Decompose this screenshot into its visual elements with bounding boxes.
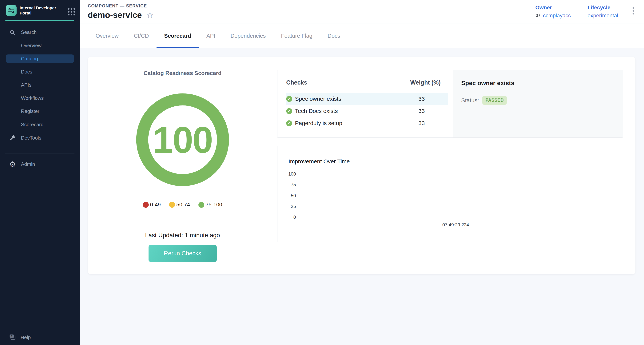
y-axis-tick: 75 <box>282 182 296 187</box>
check-row-tech-docs[interactable]: ✓ Tech Docs exists 33 <box>286 105 448 117</box>
check-row-pagerduty[interactable]: ✓ Pagerduty is setup 33 <box>286 117 448 129</box>
sidebar-item-workflows[interactable]: Workflows <box>0 92 80 105</box>
tab-cicd[interactable]: CI/CD <box>126 24 156 48</box>
sidebar-item-docs[interactable]: Docs <box>0 65 80 78</box>
lifecycle-value: experimental <box>588 12 618 19</box>
check-name: Tech Docs exists <box>295 108 338 114</box>
check-passed-icon: ✓ <box>286 96 292 102</box>
sidebar-item-label: Scorecard <box>21 122 44 128</box>
tab-scorecard[interactable]: Scorecard <box>156 24 199 48</box>
people-icon <box>535 13 541 18</box>
sidebar-search-label: Search <box>21 29 36 35</box>
check-passed-icon: ✓ <box>286 108 292 114</box>
sidebar-item-label: Docs <box>21 69 32 75</box>
chart-title: Improvement Over Time <box>288 158 350 165</box>
sidebar-footer: ? Help <box>0 330 80 345</box>
portal-logo-icon <box>6 5 16 16</box>
checks-table-header: Checks Weight (%) <box>286 70 448 93</box>
owner-value: ccmplayacc <box>543 12 571 19</box>
sidebar: Internal Developer Portal Search Overvie… <box>0 0 80 345</box>
legend-red-dot <box>143 202 149 208</box>
sidebar-item-scorecard[interactable]: Scorecard <box>0 118 80 131</box>
lifecycle-block: Lifecycle experimental <box>588 4 618 19</box>
sidebar-divider <box>5 153 74 154</box>
score-legend: 0-49 50-74 75-100 <box>143 202 222 208</box>
sidebar-nav: Overview Catalog Docs APIs Workflows Reg… <box>0 39 80 118</box>
sidebar-item-label: APIs <box>21 82 32 88</box>
sidebar-item-label: Help <box>20 334 31 340</box>
wrench-icon <box>9 134 21 142</box>
checks-column: Checks Weight (%) ✓ Spec owner exists 33 <box>277 70 623 242</box>
owner-block: Owner ccmplayacc <box>535 4 571 19</box>
check-detail-panel: Spec owner exists Status: PASSED <box>453 70 623 138</box>
favorite-star-icon[interactable]: ☆ <box>146 11 154 20</box>
score-gauge: 100 <box>136 93 229 186</box>
sidebar-item-apis[interactable]: APIs <box>0 78 80 92</box>
legend-green-dot <box>198 202 204 208</box>
y-axis-tick: 50 <box>282 193 296 198</box>
entity-header: COMPONENT — SERVICE demo-service ☆ Owner <box>80 0 644 24</box>
checks-header-label: Checks <box>286 79 402 86</box>
gauge-column: Catalog Readiness Scorecard 100 0-49 <box>88 57 277 274</box>
checks-table: Checks Weight (%) ✓ Spec owner exists 33 <box>278 70 453 138</box>
check-weight: 33 <box>402 108 441 114</box>
score-value: 100 <box>136 93 229 186</box>
apps-grid-icon[interactable] <box>68 8 75 16</box>
y-axis-tick: 25 <box>282 204 296 209</box>
sidebar-item-label: DevTools <box>21 135 41 141</box>
tab-overview[interactable]: Overview <box>88 24 126 48</box>
scorecard-card: Catalog Readiness Scorecard 100 0-49 <box>88 57 636 274</box>
sidebar-search[interactable]: Search <box>0 26 80 39</box>
owner-label: Owner <box>535 4 571 11</box>
sidebar-item-label: Register <box>21 108 40 114</box>
lifecycle-label: Lifecycle <box>588 4 618 11</box>
check-name: Spec owner exists <box>295 96 341 102</box>
sidebar-item-label: Admin <box>21 161 35 167</box>
check-passed-icon: ✓ <box>286 120 292 126</box>
sidebar-item-label: Overview <box>21 43 42 48</box>
sidebar-item-help[interactable]: Help <box>20 334 31 340</box>
check-detail-title: Spec owner exists <box>461 80 614 87</box>
scorecard-title: Catalog Readiness Scorecard <box>144 70 222 76</box>
search-icon <box>9 29 21 36</box>
more-options-kebab-icon[interactable] <box>631 4 636 17</box>
tab-docs[interactable]: Docs <box>320 24 348 48</box>
sidebar-item-overview[interactable]: Overview <box>0 39 80 52</box>
y-axis-tick: 100 <box>282 171 296 177</box>
entity-meta: Owner ccmplayacc Lifecycle experimental <box>535 4 636 19</box>
svg-text:?: ? <box>11 335 12 338</box>
scorecard-content: Catalog Readiness Scorecard 100 0-49 <box>80 48 644 345</box>
app-window: Internal Developer Portal Search Overvie… <box>0 0 644 345</box>
legend-yellow-dot <box>169 202 175 208</box>
tab-feature-flag[interactable]: Feature Flag <box>274 24 320 48</box>
tab-dependencies[interactable]: Dependencies <box>223 24 273 48</box>
sidebar-item-register[interactable]: Register <box>0 105 80 118</box>
main-area: COMPONENT — SERVICE demo-service ☆ Owner <box>80 0 644 345</box>
brand-title: Internal Developer Portal <box>20 5 68 16</box>
brand-accent-divider <box>5 20 74 21</box>
check-name: Pagerduty is setup <box>295 120 342 126</box>
last-updated-text: Last Updated: 1 minute ago <box>145 232 220 239</box>
breadcrumb: COMPONENT — SERVICE <box>88 4 154 8</box>
tab-api[interactable]: API <box>199 24 223 48</box>
check-weight: 33 <box>402 96 441 102</box>
rerun-checks-button[interactable]: Rerun Checks <box>148 245 217 262</box>
legend-item-low: 0-49 <box>143 202 161 208</box>
page-title: demo-service <box>88 10 142 20</box>
check-row-spec-owner[interactable]: ✓ Spec owner exists 33 <box>286 93 448 105</box>
weight-header-label: Weight (%) <box>402 79 441 86</box>
sidebar-item-catalog[interactable]: Catalog <box>6 54 74 63</box>
y-axis-tick: 0 <box>282 214 296 220</box>
legend-item-mid: 50-74 <box>169 202 190 208</box>
entity-identity: COMPONENT — SERVICE demo-service ☆ <box>88 4 154 20</box>
owner-link[interactable]: ccmplayacc <box>535 12 571 19</box>
sidebar-item-devtools[interactable]: DevTools <box>0 131 80 144</box>
legend-item-high: 75-100 <box>198 202 222 208</box>
improvement-chart: Improvement Over Time 100 75 50 25 0 07:… <box>277 146 623 242</box>
checks-panel: Checks Weight (%) ✓ Spec owner exists 33 <box>277 70 623 138</box>
sidebar-item-admin[interactable]: ⚙ Admin <box>0 158 80 171</box>
status-label: Status: <box>461 97 479 104</box>
status-badge: PASSED <box>482 96 507 105</box>
sidebar-item-label: Catalog <box>21 56 38 62</box>
gear-icon: ⚙ <box>9 160 21 168</box>
